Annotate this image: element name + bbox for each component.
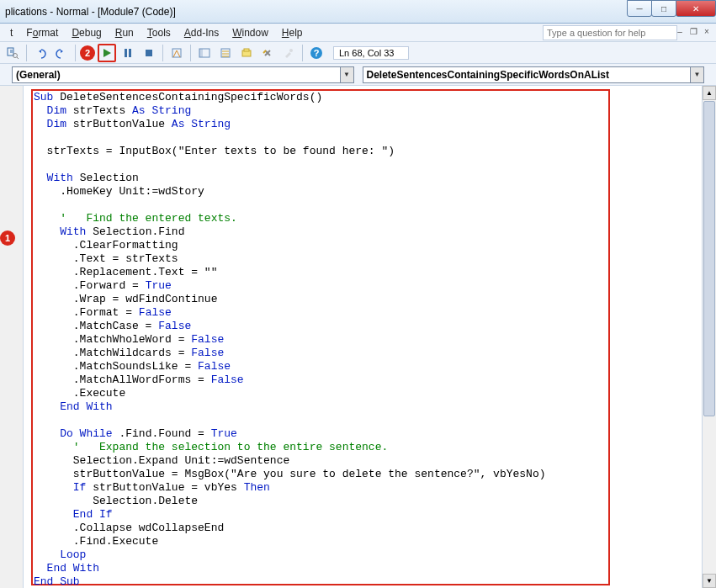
procedure-combo-value: DeleteSentencesContainingSpecificWordsOn… [367, 69, 610, 81]
object-combo-value: (General) [16, 69, 61, 81]
svg-rect-2 [125, 49, 127, 57]
chevron-down-icon[interactable]: ▼ [340, 67, 353, 82]
toolbar-sep [26, 45, 27, 61]
help-search-input[interactable] [543, 25, 677, 40]
toolbar: 2 ? Ln 68, Col 33 [0, 42, 716, 64]
menu-edit[interactable]: t [3, 25, 19, 40]
mdi-restore[interactable]: ❐ [687, 27, 699, 39]
break-button[interactable] [119, 44, 137, 62]
scroll-down-icon[interactable]: ▼ [703, 574, 716, 588]
menu-debug[interactable]: Debug [65, 25, 108, 40]
vertical-scrollbar[interactable]: ▲ ▼ [702, 86, 716, 588]
svg-text:?: ? [314, 48, 320, 58]
maximize-button[interactable]: □ [651, 0, 676, 17]
svg-rect-10 [244, 49, 249, 51]
minimize-button[interactable]: ─ [627, 0, 652, 17]
badge-1: 1 [0, 230, 15, 246]
menu-tools[interactable]: Tools [141, 25, 178, 40]
window-controls: ─ □ ✕ [628, 0, 716, 17]
properties-icon[interactable] [216, 44, 235, 62]
undo-icon[interactable] [31, 44, 50, 62]
code-pane[interactable]: Sub DeleteSentencesContainingSpecificWor… [24, 86, 716, 588]
chevron-down-icon[interactable]: ▼ [690, 67, 703, 82]
help-icon[interactable]: ? [307, 44, 326, 62]
project-explorer-icon[interactable] [195, 44, 214, 62]
badge-2: 2 [80, 45, 95, 61]
gutter: 1 [0, 86, 24, 588]
toolbar-sep [75, 45, 76, 61]
redo-icon[interactable] [52, 44, 71, 62]
menu-run[interactable]: Run [109, 25, 141, 40]
find-icon[interactable] [3, 44, 22, 62]
object-browser-icon[interactable] [237, 44, 256, 62]
toolbar-sep [162, 45, 163, 61]
code-text[interactable]: Sub DeleteSentencesContainingSpecificWor… [34, 91, 546, 588]
procedure-combo[interactable]: DeleteSentencesContainingSpecificWordsOn… [363, 66, 705, 83]
mdi-close[interactable]: × [701, 27, 713, 39]
toolbar-sep [302, 45, 303, 61]
scroll-up-icon[interactable]: ▲ [703, 86, 716, 100]
menu-addins[interactable]: Add-Ins [178, 25, 225, 40]
design-mode-icon[interactable] [167, 44, 186, 62]
code-area: 1 Sub DeleteSentencesContainingSpecificW… [0, 86, 716, 588]
menu-help[interactable]: Help [275, 25, 310, 40]
svg-rect-3 [129, 49, 131, 57]
object-combo[interactable]: (General) ▼ [12, 66, 354, 83]
svg-rect-4 [146, 50, 152, 56]
toolbox-icon[interactable] [258, 44, 277, 62]
toolbar-sep [190, 45, 191, 61]
close-button[interactable]: ✕ [676, 0, 716, 17]
run-button[interactable] [98, 44, 116, 62]
menu-format[interactable]: Format [19, 25, 65, 40]
dropdown-row: (General) ▼ DeleteSentencesContainingSpe… [0, 64, 716, 86]
svg-rect-7 [199, 49, 203, 57]
cursor-position: Ln 68, Col 33 [333, 46, 409, 60]
scroll-thumb[interactable] [703, 101, 715, 416]
menu-window[interactable]: Window [225, 25, 275, 40]
tool-icon[interactable] [279, 44, 298, 62]
svg-point-11 [289, 49, 293, 52]
mdi-controls: – ❐ × [674, 27, 713, 39]
window-title: plications - Normal - [Module7 (Code)] [3, 6, 176, 18]
titlebar: plications - Normal - [Module7 (Code)] ─… [0, 0, 716, 24]
mdi-minimize[interactable]: – [674, 27, 686, 39]
reset-button[interactable] [140, 44, 158, 62]
